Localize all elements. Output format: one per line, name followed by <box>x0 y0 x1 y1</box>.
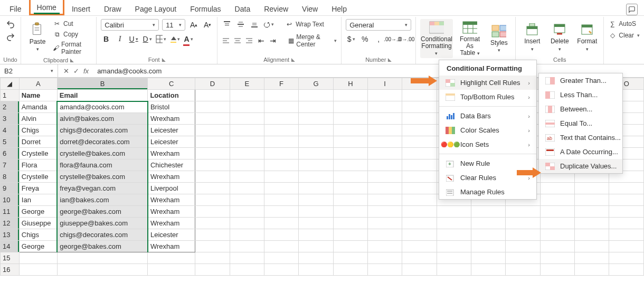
cell[interactable]: Wrexham <box>148 171 195 183</box>
cell[interactable] <box>540 241 574 252</box>
cell[interactable] <box>264 136 298 148</box>
row-header[interactable]: 11 <box>1 206 20 218</box>
increase-font-button[interactable]: A▴ <box>188 20 199 30</box>
increase-decimal-button[interactable]: .00→.0 <box>387 34 397 44</box>
cell[interactable] <box>264 171 298 183</box>
row-header[interactable]: 6 <box>1 148 20 159</box>
cell[interactable] <box>195 241 230 252</box>
cell[interactable] <box>299 101 333 113</box>
cell[interactable] <box>264 229 298 241</box>
cell[interactable] <box>299 241 333 252</box>
currency-button[interactable]: $▾ <box>346 34 356 44</box>
format-as-table-button[interactable]: Format AsTable ▾ <box>456 19 484 58</box>
cell[interactable] <box>471 264 506 276</box>
autosum-button[interactable]: ∑AutoS <box>608 19 636 29</box>
italic-button[interactable]: I <box>115 34 125 44</box>
name-box[interactable]: B2▾ <box>0 64 58 77</box>
cell[interactable] <box>437 241 471 252</box>
row-header[interactable]: 2 <box>1 101 20 113</box>
cell[interactable] <box>540 218 574 229</box>
cell[interactable] <box>575 206 609 218</box>
cell[interactable] <box>609 229 644 241</box>
col-header-B[interactable]: B <box>57 78 148 90</box>
cell[interactable] <box>575 194 609 206</box>
cell[interactable] <box>402 229 437 241</box>
cell[interactable] <box>540 252 574 264</box>
hcr-equal-to[interactable]: Equal To... <box>539 116 622 130</box>
cell[interactable] <box>402 113 437 125</box>
cell[interactable] <box>230 148 264 159</box>
cell[interactable]: Ian <box>19 194 57 206</box>
cell[interactable]: Wrexham <box>148 113 195 125</box>
cell[interactable]: Location <box>148 90 195 101</box>
cell[interactable] <box>402 171 437 183</box>
cell[interactable] <box>609 194 644 206</box>
cell[interactable] <box>299 183 333 194</box>
cell[interactable] <box>368 229 402 241</box>
cell[interactable]: giuseppe@bakes.com <box>57 218 148 229</box>
cell[interactable]: Leicester <box>148 136 195 148</box>
cell[interactable] <box>402 206 437 218</box>
hcr-less-than[interactable]: Less Than... <box>539 88 622 102</box>
cell[interactable] <box>333 113 367 125</box>
col-header-C[interactable]: C <box>148 78 195 90</box>
row-header[interactable]: 8 <box>1 171 20 183</box>
cell[interactable] <box>402 264 437 276</box>
cell[interactable] <box>195 148 230 159</box>
cell[interactable] <box>471 241 506 252</box>
double-underline-button[interactable]: D▾ <box>142 34 153 44</box>
cell[interactable] <box>368 206 402 218</box>
cell[interactable] <box>575 264 609 276</box>
cell[interactable] <box>230 206 264 218</box>
cf-color-scales[interactable]: Color Scales› <box>439 123 536 137</box>
cell[interactable]: Wrexham <box>148 241 195 252</box>
cell[interactable] <box>368 136 402 148</box>
tab-page-layout[interactable]: Page Layout <box>129 2 183 15</box>
align-top-button[interactable] <box>222 19 232 30</box>
cf-manage-rules[interactable]: Manage Rules <box>439 185 536 199</box>
cell[interactable] <box>264 90 298 101</box>
cell[interactable] <box>195 101 230 113</box>
row-header[interactable]: 5 <box>1 136 20 148</box>
cell[interactable] <box>609 183 644 194</box>
cell[interactable]: crystelle@bakes.com <box>57 148 148 159</box>
cell[interactable] <box>19 264 57 276</box>
cell[interactable] <box>368 148 402 159</box>
cell[interactable] <box>264 252 298 264</box>
cell[interactable] <box>402 136 437 148</box>
cell[interactable]: Wrexham <box>148 148 195 159</box>
cell[interactable] <box>299 264 333 276</box>
cell[interactable] <box>333 229 367 241</box>
cell[interactable] <box>195 183 230 194</box>
cell[interactable] <box>402 101 437 113</box>
row-header[interactable]: 3 <box>1 113 20 125</box>
decrease-indent-button[interactable]: ⇤ <box>257 35 266 46</box>
cell[interactable] <box>333 136 367 148</box>
cf-data-bars[interactable]: Data Bars› <box>439 109 536 123</box>
cell[interactable]: Dorret <box>19 136 57 148</box>
select-all-corner[interactable]: ◢ <box>1 78 20 90</box>
cell[interactable]: dorret@decorates.com <box>57 136 148 148</box>
cell[interactable] <box>195 171 230 183</box>
cell[interactable] <box>368 90 402 101</box>
merge-center-button[interactable]: ▦Merge & Center▾ <box>288 33 337 49</box>
cell[interactable] <box>299 125 333 136</box>
cell[interactable] <box>333 125 367 136</box>
cell[interactable] <box>299 194 333 206</box>
cell[interactable] <box>402 194 437 206</box>
cell[interactable]: Name <box>19 90 57 101</box>
cell-styles-button[interactable]: Styles▾ <box>487 23 511 54</box>
cell[interactable]: crystelle@bakes.com <box>57 171 148 183</box>
cell[interactable] <box>264 218 298 229</box>
col-header-A[interactable]: A <box>19 78 57 90</box>
row-header[interactable]: 14 <box>1 241 20 252</box>
cell[interactable]: Crystelle <box>19 148 57 159</box>
cell[interactable] <box>402 159 437 171</box>
cell[interactable] <box>195 125 230 136</box>
cell[interactable] <box>368 159 402 171</box>
fill-color-button[interactable]: ▾ <box>169 34 180 44</box>
copy-button[interactable]: ⧉Copy <box>53 30 92 39</box>
row-header[interactable]: 16 <box>1 264 20 276</box>
cell[interactable] <box>195 194 230 206</box>
cell[interactable]: George <box>19 206 57 218</box>
